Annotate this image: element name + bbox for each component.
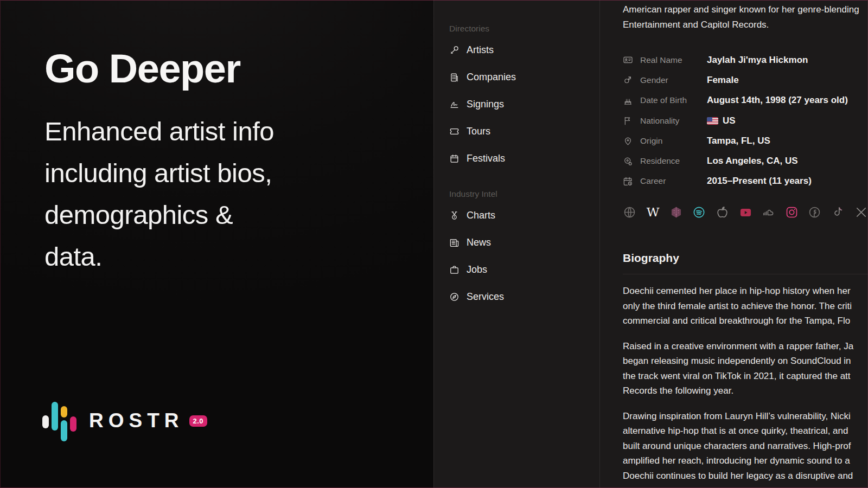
artist-links-row: W	[623, 205, 868, 219]
sidebar-section-directories: Directories Artists Companies Signings T…	[449, 24, 599, 164]
biography-divider	[623, 274, 868, 274]
x-twitter-link-icon[interactable]	[854, 205, 868, 219]
ticket-icon	[449, 126, 459, 137]
sidebar-item-news[interactable]: News	[449, 237, 599, 248]
sidebar-item-companies[interactable]: Companies	[449, 72, 599, 83]
logo-pill-yellow	[61, 406, 67, 418]
field-origin: Origin Tampa, FL, US	[623, 131, 868, 151]
field-gender: Gender Female	[623, 70, 868, 90]
promo-headline: Go Deeper	[44, 48, 433, 90]
field-label: Date of Birth	[640, 95, 707, 105]
logo-pill-teal-low	[61, 420, 67, 441]
sidebar-item-charts[interactable]: Charts	[449, 210, 599, 221]
sidebar-item-festivals[interactable]: Festivals	[449, 153, 599, 164]
logo-pill-pink	[70, 416, 76, 432]
field-value: August 14th, 1998 (27 years old)	[707, 95, 848, 106]
artist-fields: Real Name Jaylah Ji'mya Hickmon Gender F…	[623, 50, 868, 191]
wikipedia-link-icon[interactable]: W	[646, 205, 660, 219]
instagram-link-icon[interactable]	[784, 205, 799, 219]
id-card-icon	[623, 55, 633, 65]
field-value: Jaylah Ji'mya Hickmon	[707, 55, 808, 66]
building-icon	[449, 72, 459, 82]
field-career: Career 2015–Present (11 years)	[623, 171, 868, 191]
medal-icon	[449, 210, 459, 221]
youtube-link-icon[interactable]	[738, 205, 752, 219]
logo-pill-white	[42, 415, 49, 428]
section-label: Directories	[449, 24, 599, 34]
field-residence: Residence Los Angeles, CA, US	[623, 151, 868, 171]
sidebar-item-label: Companies	[467, 72, 516, 83]
biography-heading: Biography	[623, 252, 868, 265]
tiktok-link-icon[interactable]	[831, 205, 845, 219]
sidebar-item-label: Services	[467, 291, 504, 303]
field-label: Real Name	[640, 55, 707, 65]
field-nationality: Nationality US	[623, 111, 868, 131]
field-value: Los Angeles, CA, US	[707, 156, 798, 166]
us-flag-icon	[707, 117, 718, 125]
website-link-icon[interactable]	[623, 205, 637, 219]
signature-icon	[449, 99, 459, 110]
field-real-name: Real Name Jaylah Ji'mya Hickmon	[623, 50, 868, 70]
microphone-icon	[449, 45, 459, 55]
field-value: US	[707, 115, 736, 126]
page: Go Deeper Enhanced artist info including…	[0, 0, 868, 488]
field-value: 2015–Present (11 years)	[707, 176, 812, 187]
section-label: Industry Intel	[449, 189, 599, 199]
compass-icon	[449, 292, 459, 302]
spotify-link-icon[interactable]	[692, 205, 706, 219]
newspaper-icon	[449, 237, 459, 248]
apple-music-link-icon[interactable]	[716, 205, 730, 219]
sidebar-item-signings[interactable]: Signings	[449, 99, 599, 110]
biography-paragraph: Doechii cemented her place in hip-hop hi…	[623, 284, 868, 329]
version-badge: 2.0	[189, 415, 208, 427]
sidebar-item-label: News	[467, 237, 491, 248]
artist-profile-panel: American rapper and singer known for her…	[600, 0, 868, 488]
biography-section: Biography Doechii cemented her place in …	[623, 252, 868, 483]
sidebar-item-label: Artists	[467, 44, 494, 56]
birthday-cake-icon	[623, 95, 633, 106]
musicbrainz-link-icon[interactable]	[669, 205, 683, 219]
facebook-link-icon[interactable]	[808, 205, 822, 219]
sidebar-item-label: Festivals	[467, 153, 505, 164]
briefcase-icon	[449, 265, 459, 275]
rostr-logo: ROSTR 2.0	[42, 400, 207, 441]
field-label: Career	[640, 176, 707, 186]
sidebar-item-label: Signings	[467, 99, 504, 110]
calendar-icon	[449, 153, 459, 164]
field-value: Female	[707, 75, 739, 86]
sidebar-item-services[interactable]: Services	[449, 291, 599, 303]
field-label: Residence	[640, 156, 707, 166]
sidebar-item-label: Jobs	[467, 264, 487, 275]
soundcloud-link-icon[interactable]	[762, 205, 776, 219]
flag-icon	[623, 115, 633, 126]
calendar-clock-icon	[623, 176, 633, 187]
logo-pill-teal-tall	[52, 402, 58, 431]
sidebar-section-industry-intel: Industry Intel Charts News Jobs Services	[449, 189, 599, 303]
map-pin-icon	[623, 156, 633, 166]
sidebar-item-artists[interactable]: Artists	[449, 44, 599, 56]
promo-panel: Go Deeper Enhanced artist info including…	[0, 0, 434, 488]
brand-name: ROSTR	[89, 409, 184, 432]
sidebar-item-label: Tours	[467, 126, 490, 137]
field-label: Origin	[640, 136, 707, 146]
sidebar-item-label: Charts	[467, 210, 495, 221]
biography-paragraph: Drawing inspiration from Lauryn Hill’s v…	[623, 409, 868, 484]
biography-paragraph: Raised in a creative environment with a …	[623, 339, 868, 399]
field-value: Tampa, FL, US	[707, 136, 770, 146]
field-label: Nationality	[640, 116, 707, 126]
sidebar-item-jobs[interactable]: Jobs	[449, 264, 599, 275]
nationality-text: US	[723, 115, 736, 126]
gender-icon	[623, 75, 633, 85]
map-pin-plus-icon	[623, 136, 633, 146]
field-label: Gender	[640, 75, 707, 85]
promo-subtext: Enhanced artist info including artist bi…	[44, 111, 433, 278]
field-date-of-birth: Date of Birth August 14th, 1998 (27 year…	[623, 91, 868, 111]
rostr-logomark-icon	[42, 400, 77, 441]
artist-intro-text: American rapper and singer known for her…	[623, 2, 868, 32]
sidebar-item-tours[interactable]: Tours	[449, 126, 599, 137]
sidebar: Directories Artists Companies Signings T…	[434, 0, 600, 488]
